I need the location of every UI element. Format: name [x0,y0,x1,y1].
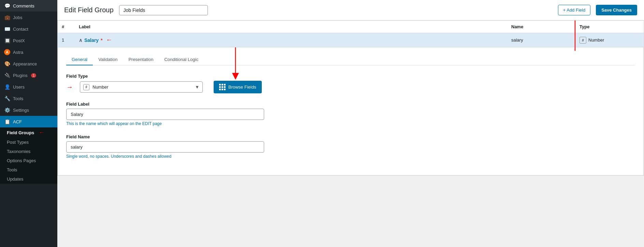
hash-type-icon: # [579,37,586,44]
tab-presentation[interactable]: Presentation [123,54,159,65]
sidebar-item-label: Plugins [13,73,28,78]
field-type-row: → # Number ▼ [66,81,635,93]
acf-icon: 📋 [4,119,10,125]
sidebar-item-label: Astra [13,50,23,55]
field-label-section: Field Label This is the name which will … [66,102,635,126]
taxonomies-label: Taxonomies [7,149,30,154]
browse-fields-icon [219,84,226,90]
sidebar-item-label: PostX [13,38,25,43]
options-pages-label: Options Pages [7,158,36,163]
table-header: # Label Name Type [58,21,644,33]
save-changes-button[interactable]: Save Changes [596,5,637,15]
settings-icon: ⚙️ [4,107,10,113]
tools-sub-label: Tools [7,167,17,172]
tools-icon: 🔧 [4,95,10,102]
sidebar-item-label: Jobs [13,15,22,20]
sidebar-item-label: ACF [13,119,22,124]
required-marker: * [101,37,102,43]
comments-icon: 💬 [4,3,10,9]
sidebar-item-label: Appearance [13,61,37,66]
group-name-input[interactable] [119,5,208,15]
field-name-hint: Single word, no spaces. Underscores and … [66,154,635,159]
sidebar-item-comments[interactable]: 💬 Comments [0,0,57,12]
field-name-cell: salary [507,37,575,43]
save-label: Save Changes [601,7,632,13]
field-label-anchor[interactable]: Salary * [84,37,102,43]
field-label-hint: This is the name which will appear on th… [66,121,635,126]
table-row: 1 ∧ Salary * ← [58,33,644,47]
post-types-label: Post Types [7,140,29,145]
add-field-label: + Add Field [563,7,585,13]
users-icon: 👤 [4,84,10,90]
sidebar-item-astra[interactable]: A Astra [0,46,57,58]
appearance-icon: 🎨 [4,61,10,67]
sidebar-submenu-tools[interactable]: Tools [0,165,57,174]
annotation-arrow-label: ← [106,36,112,44]
sidebar-item-contact[interactable]: ✉️ Contact [0,23,57,35]
plugins-icon: 🔌 [4,72,10,78]
sidebar-item-label: Users [13,84,25,90]
acf-submenu: Field Groups ← Post Types Taxonomies Opt… [0,127,57,184]
field-label-form-label: Field Label [66,102,635,107]
sidebar-item-jobs[interactable]: 💼 Jobs [0,12,57,23]
field-name-form-label: Field Name [66,134,635,139]
col-num: # [58,24,75,29]
field-editor: General Validation Presentation Conditio… [58,47,644,175]
field-type-label: Field Type [66,74,635,79]
astra-icon: A [4,49,10,55]
sidebar-item-appearance[interactable]: 🎨 Appearance [0,58,57,70]
annotation-arrow-right: → [66,83,73,91]
contact-icon: ✉️ [4,26,10,32]
field-name-input[interactable] [66,141,264,153]
content-area: # Label Name Type 1 ∧ Salary [57,20,644,247]
sidebar-submenu-options-pages[interactable]: Options Pages [0,156,57,165]
col-type: Type [575,24,644,29]
sidebar-item-tools[interactable]: 🔧 Tools [0,93,57,104]
add-field-button[interactable]: + Add Field [558,5,590,15]
field-label-link[interactable]: ∧ Salary * ← [79,36,503,44]
sidebar-submenu-updates[interactable]: Updates [0,174,57,184]
tab-general[interactable]: General [66,54,93,65]
jobs-icon: 💼 [4,14,10,20]
chevron-up-icon: ∧ [79,37,82,43]
sidebar-item-label: Tools [13,96,23,101]
field-groups-label: Field Groups [7,130,34,135]
sidebar: 💬 Comments 💼 Jobs ✉️ Contact 🔲 PostX A A… [0,0,57,247]
field-type-select-wrapper: # Number ▼ [80,81,203,93]
browse-fields-button[interactable]: Browse Fields [214,81,262,93]
sidebar-item-settings[interactable]: ⚙️ Settings [0,104,57,116]
sidebar-item-label: Comments [13,3,34,9]
field-label-cell: ∧ Salary * ← [75,36,507,44]
sidebar-item-label: Settings [13,108,29,113]
field-type-cell: # Number [575,37,644,44]
sidebar-item-users[interactable]: 👤 Users [0,81,57,93]
field-type-section: Field Type → # Number ▼ [66,74,635,93]
sidebar-item-postx[interactable]: 🔲 PostX [0,35,57,46]
tab-conditional-logic[interactable]: Conditional Logic [159,54,204,65]
updates-label: Updates [7,176,23,182]
plugins-badge: 1 [31,73,37,78]
sidebar-submenu-post-types[interactable]: Post Types [0,138,57,147]
page-title: Edit Field Group [64,6,114,14]
col-label: Label [75,24,507,29]
sidebar-submenu-taxonomies[interactable]: Taxonomies [0,147,57,156]
postx-icon: 🔲 [4,37,10,44]
sidebar-item-label: Contact [13,27,28,32]
sidebar-item-acf[interactable]: 📋 ACF ◀ [0,116,57,127]
sidebar-submenu-field-groups[interactable]: Field Groups ← [0,127,57,138]
field-label-input[interactable] [66,109,264,120]
col-name: Name [507,24,575,29]
tab-validation[interactable]: Validation [93,54,123,65]
field-name-section: Field Name Single word, no spaces. Under… [66,134,635,159]
sidebar-item-plugins[interactable]: 🔌 Plugins 1 [0,70,57,81]
field-num: 1 [58,37,75,43]
browse-fields-label: Browse Fields [228,84,256,90]
main-area: Edit Field Group + Add Field Save Change… [57,0,644,247]
field-type-select[interactable]: Number [80,81,203,93]
topbar: Edit Field Group + Add Field Save Change… [57,0,644,20]
field-tabs: General Validation Presentation Conditio… [66,54,635,65]
fields-table: # Label Name Type 1 ∧ Salary [57,20,644,176]
